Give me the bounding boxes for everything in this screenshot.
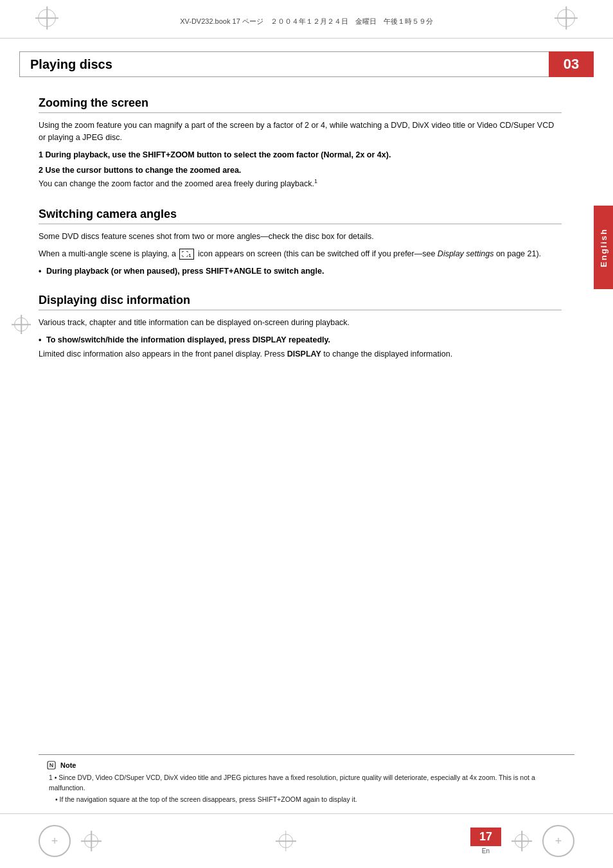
display-intro: Various track, chapter and title informa… bbox=[39, 317, 562, 329]
reg-mark-tr bbox=[555, 6, 578, 30]
bottom-center-mark bbox=[276, 831, 296, 851]
page-container: XV-DV232.book 17 ページ ２００４年１２月２４日 金曜日 午後１… bbox=[0, 0, 613, 868]
section-zoom: Zooming the screen Using the zoom featur… bbox=[39, 96, 562, 190]
reg-mark-tl bbox=[35, 6, 58, 30]
zoom-intro: Using the zoom feature you can magnify a… bbox=[39, 120, 562, 144]
chapter-header: Playing discs 03 bbox=[19, 51, 594, 77]
chapter-title: Playing discs bbox=[19, 51, 549, 77]
camera-intro2: When a multi-angle scene is playing, a ⛶… bbox=[39, 248, 562, 260]
note-section: N Note 1 • Since DVD, Video CD/Super VCD… bbox=[39, 754, 574, 810]
side-tab: English bbox=[594, 206, 613, 289]
page-number: 17 bbox=[470, 828, 501, 846]
section-camera: Switching camera angles Some DVD discs f… bbox=[39, 208, 562, 276]
note-text-2: • If the navigation square at the top of… bbox=[46, 795, 567, 805]
note-header: N Note bbox=[46, 760, 567, 770]
file-info: XV-DV232.book 17 ページ ２００４年１２月２４日 金曜日 午後１… bbox=[19, 17, 594, 26]
bottom-right: 17 En bbox=[470, 825, 574, 857]
note-icon: N bbox=[46, 760, 57, 770]
bottom-reg-circle-lg-r bbox=[542, 825, 574, 857]
zoom-step2: 2 Use the cursor buttons to change the z… bbox=[39, 166, 562, 190]
camera-intro1: Some DVD discs feature scenes shot from … bbox=[39, 231, 562, 243]
camera-title: Switching camera angles bbox=[39, 208, 562, 224]
zoom-step1: 1 During playback, use the SHIFT+ZOOM bu… bbox=[39, 150, 562, 159]
section-display: Displaying disc information Various trac… bbox=[39, 294, 562, 360]
display-bullet: To show/switch/hide the information disp… bbox=[39, 335, 562, 344]
display-body: Limited disc information also appears in… bbox=[39, 348, 562, 360]
zoom-step2-heading: 2 Use the cursor buttons to change the z… bbox=[39, 166, 562, 175]
bottom-bar: 17 En bbox=[0, 813, 613, 868]
note-label: Note bbox=[60, 761, 76, 769]
bottom-crosshair-r bbox=[511, 831, 532, 851]
camera-bullet: During playback (or when paused), press … bbox=[39, 267, 562, 276]
bottom-left-marks bbox=[39, 825, 102, 857]
main-content: Zooming the screen Using the zoom featur… bbox=[0, 84, 613, 391]
zoom-step1-heading: 1 During playback, use the SHIFT+ZOOM bu… bbox=[39, 150, 562, 159]
note-text-1: 1 • Since DVD, Video CD/Super VCD, DivX … bbox=[46, 773, 567, 793]
top-bar: XV-DV232.book 17 ページ ２００４年１２月２４日 金曜日 午後１… bbox=[0, 0, 613, 39]
left-reg-mark bbox=[12, 315, 31, 334]
zoom-title: Zooming the screen bbox=[39, 96, 562, 113]
page-en: En bbox=[470, 847, 501, 855]
chapter-number: 03 bbox=[549, 51, 594, 77]
svg-text:N: N bbox=[49, 762, 54, 768]
display-title: Displaying disc information bbox=[39, 294, 562, 310]
angle-icon: ⛶₁ bbox=[179, 249, 194, 260]
bottom-crosshair-l bbox=[81, 831, 102, 851]
zoom-step2-body: You can change the zoom factor and the z… bbox=[39, 177, 562, 190]
page-number-container: 17 En bbox=[470, 828, 501, 855]
bottom-reg-circle-lg bbox=[39, 825, 71, 857]
